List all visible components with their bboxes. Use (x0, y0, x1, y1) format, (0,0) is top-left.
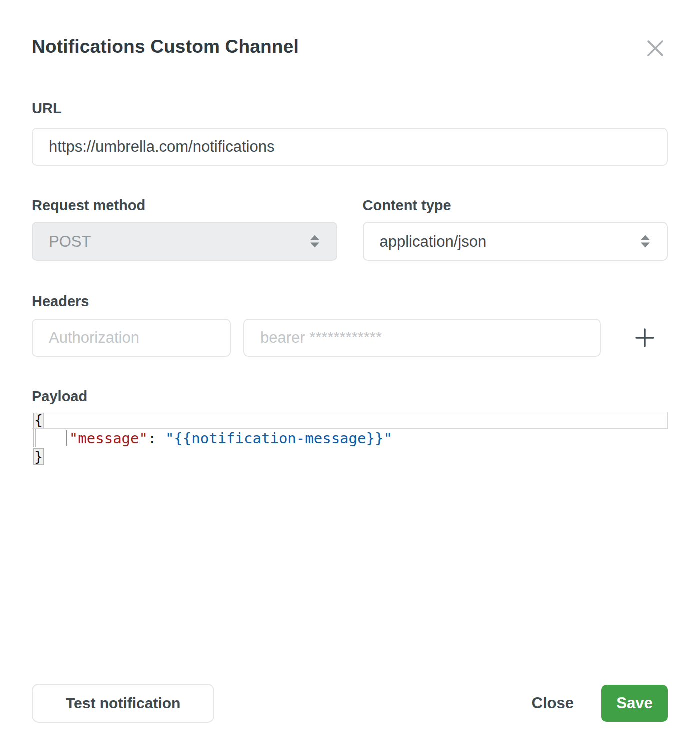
open-brace-token: { (34, 413, 44, 428)
json-key-token: "message" (70, 430, 148, 447)
content-type-group: Content type application/json (363, 196, 668, 261)
test-notification-button[interactable]: Test notification (32, 684, 214, 723)
request-method-group: Request method POST (32, 196, 338, 261)
close-dialog-button[interactable]: Close (532, 694, 574, 712)
separator-token: : (148, 430, 166, 447)
close-brace-token: } (34, 448, 44, 465)
request-method-label: Request method (32, 196, 338, 215)
header-value-input[interactable] (244, 319, 601, 357)
header-row (32, 319, 668, 357)
code-line: { (32, 412, 668, 429)
code-line: "message": "{{notification-message}}" (32, 429, 668, 448)
notifications-custom-channel-dialog: Notifications Custom Channel URL Request… (0, 35, 700, 754)
payload-section: Payload { "message": "{{notification-mes… (32, 387, 668, 466)
json-value-token: "{{notification-message}}" (166, 430, 392, 447)
text-cursor (66, 430, 68, 446)
method-contenttype-row: Request method POST Content type applica… (32, 196, 668, 261)
url-input[interactable] (32, 128, 668, 166)
save-button[interactable]: Save (602, 685, 668, 722)
code-line: } (32, 448, 668, 466)
url-field-group: URL (32, 99, 668, 166)
page-title: Notifications Custom Channel (32, 35, 299, 59)
editor-gutter (34, 429, 36, 448)
add-header-button[interactable] (631, 324, 659, 352)
content-type-select[interactable]: application/json (363, 222, 668, 261)
dialog-header: Notifications Custom Channel (32, 35, 668, 61)
request-method-select[interactable]: POST (32, 222, 338, 261)
header-name-input[interactable] (32, 319, 231, 357)
url-label: URL (32, 99, 668, 118)
content-type-label: Content type (363, 196, 668, 215)
headers-section: Headers (32, 292, 668, 357)
close-button[interactable] (643, 36, 668, 61)
code-line-content: "message": "{{notification-message}}" (32, 430, 392, 447)
indent-token (34, 430, 70, 447)
dialog-footer: Test notification Close Save (32, 684, 668, 723)
headers-label: Headers (32, 292, 668, 311)
payload-code-editor[interactable]: { "message": "{{notification-message}}" … (32, 412, 668, 466)
footer-actions: Close Save (532, 685, 668, 722)
close-icon (646, 52, 665, 60)
payload-label: Payload (32, 387, 668, 406)
plus-icon (635, 342, 655, 350)
